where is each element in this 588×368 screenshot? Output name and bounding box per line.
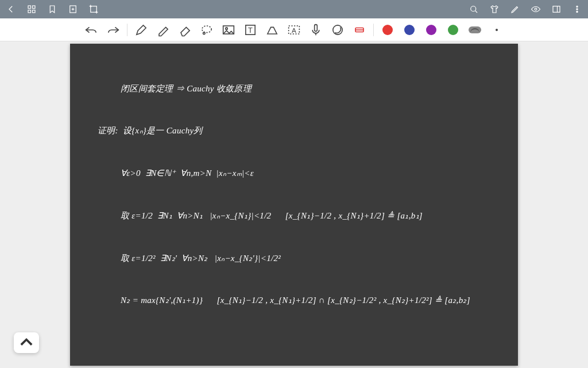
sidebar-icon[interactable] bbox=[551, 4, 562, 14]
eye-icon[interactable] bbox=[531, 4, 541, 14]
brush-dot[interactable] bbox=[489, 22, 505, 38]
color-red[interactable] bbox=[380, 22, 396, 38]
shirt-icon[interactable] bbox=[489, 4, 500, 14]
brush-wave[interactable] bbox=[467, 22, 483, 38]
svg-text:T: T bbox=[248, 25, 253, 34]
color-green[interactable] bbox=[445, 22, 461, 38]
color-purple[interactable] bbox=[423, 22, 439, 38]
toolbar: T A bbox=[0, 18, 588, 41]
svg-point-17 bbox=[577, 6, 578, 7]
note-line: 证明: 设{xₙ}是一 Cauchy列 bbox=[98, 124, 502, 137]
image-tool[interactable] bbox=[220, 22, 237, 38]
svg-rect-0 bbox=[28, 6, 31, 9]
text-tool[interactable]: T bbox=[242, 22, 258, 38]
grid-icon[interactable] bbox=[26, 4, 37, 14]
system-bar bbox=[0, 0, 588, 18]
separator bbox=[373, 24, 374, 36]
expand-button[interactable] bbox=[14, 332, 39, 353]
back-icon[interactable] bbox=[6, 4, 16, 14]
undo-button[interactable] bbox=[83, 22, 99, 38]
pencil-icon[interactable] bbox=[510, 4, 520, 14]
note-line: ∀ε>0 ∃N∈ℕ⁺ ∀n,m>N |xₙ−xₘ|<ε bbox=[98, 167, 502, 180]
tape-tool[interactable] bbox=[351, 22, 368, 38]
svg-point-21 bbox=[203, 32, 206, 34]
svg-rect-7 bbox=[91, 6, 97, 13]
svg-rect-2 bbox=[28, 10, 31, 13]
canvas-stage: 闭区间套定理 ⇒ Cauchy 收敛原理 证明: 设{xₙ}是一 Cauchy列… bbox=[0, 41, 588, 368]
svg-rect-3 bbox=[33, 10, 36, 13]
mic-tool[interactable] bbox=[308, 22, 324, 38]
highlighter-tool[interactable] bbox=[155, 22, 171, 38]
text-box-tool[interactable]: A bbox=[286, 22, 302, 38]
redo-button[interactable] bbox=[105, 22, 121, 38]
shape-tool[interactable] bbox=[264, 22, 280, 38]
svg-line-13 bbox=[475, 11, 477, 13]
search-icon[interactable] bbox=[469, 4, 479, 14]
svg-point-18 bbox=[577, 9, 578, 10]
note-line: 闭区间套定理 ⇒ Cauchy 收敛原理 bbox=[98, 82, 502, 95]
note-line: N₂ = max{N₂',(N₁+1)} [x_{N₁}−1/2 , x_{N₁… bbox=[98, 294, 502, 307]
note-page[interactable]: 闭区间套定理 ⇒ Cauchy 收敛原理 证明: 设{xₙ}是一 Cauchy列… bbox=[70, 44, 518, 366]
bookmark-icon[interactable] bbox=[47, 4, 57, 14]
svg-point-12 bbox=[471, 6, 476, 12]
pen-tool[interactable] bbox=[133, 22, 149, 38]
sticker-tool[interactable] bbox=[330, 22, 346, 38]
add-page-icon[interactable] bbox=[68, 4, 78, 14]
eraser-tool[interactable] bbox=[177, 22, 193, 38]
crop-icon[interactable] bbox=[88, 4, 99, 14]
svg-rect-28 bbox=[315, 24, 318, 31]
svg-rect-1 bbox=[33, 6, 36, 9]
more-icon[interactable] bbox=[572, 4, 582, 14]
note-line: 取 ε=1/2² ∃N₂' ∀n>N₂ |xₙ−x_{N₂'}|<1/2² bbox=[98, 252, 502, 265]
svg-text:A: A bbox=[292, 26, 296, 33]
color-blue[interactable] bbox=[401, 22, 417, 38]
svg-rect-15 bbox=[553, 6, 560, 13]
separator bbox=[127, 24, 127, 36]
svg-point-20 bbox=[202, 26, 211, 33]
note-line: 取 ε=1/2 ∃N₁ ∀n>N₁ |xₙ−x_{N₁}|<1/2 [x_{N₁… bbox=[98, 209, 502, 223]
svg-point-23 bbox=[226, 27, 228, 29]
lasso-tool[interactable] bbox=[199, 22, 215, 38]
svg-point-14 bbox=[535, 8, 537, 10]
svg-point-19 bbox=[577, 11, 578, 12]
